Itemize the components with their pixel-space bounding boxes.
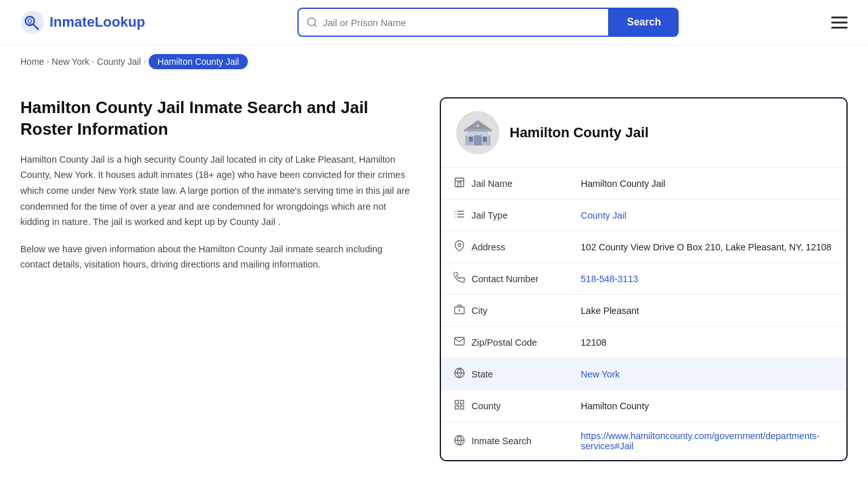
globe-icon — [454, 367, 465, 381]
menu-button[interactable] — [831, 17, 848, 29]
svg-rect-29 — [455, 406, 458, 409]
field-value-inmate-search[interactable]: https://www.hamiltoncounty.com/governmen… — [568, 422, 846, 461]
card-header: Hamilton County Jail — [441, 98, 846, 168]
field-label-address: Address — [471, 242, 505, 252]
field-link-jail-type[interactable]: County Jail — [581, 210, 627, 220]
field-value-address: 102 County View Drive O Box 210, Lake Pl… — [568, 231, 846, 263]
svg-rect-11 — [469, 137, 473, 142]
field-value-city: Lake Pleasant — [568, 295, 846, 327]
left-panel: Hamilton County Jail Inmate Search and J… — [20, 97, 440, 461]
svg-point-13 — [477, 125, 479, 127]
field-label-jail-type: Jail Type — [471, 210, 508, 220]
breadcrumb-state[interactable]: New York — [51, 57, 89, 67]
field-link-contact[interactable]: 518-548-3113 — [581, 274, 638, 284]
header: Q InmateLookup Search — [0, 0, 868, 45]
svg-rect-26 — [455, 400, 458, 403]
page-description-2: Below we have given information about th… — [20, 241, 414, 273]
table-row: Jail Type County Jail — [441, 200, 846, 231]
page-description-1: Hamilton County Jail is a high security … — [20, 152, 414, 230]
search-button[interactable]: Search — [609, 8, 679, 37]
logo-link[interactable]: Q InmateLookup — [20, 10, 145, 34]
field-label-state: State — [471, 369, 493, 379]
info-table: Jail Name Hamilton County Jail Jail Type… — [441, 168, 846, 460]
page-title: Hamilton County Jail Inmate Search and J… — [20, 97, 414, 140]
envelope-icon — [454, 336, 465, 349]
field-label-contact: Contact Number — [471, 274, 539, 284]
svg-rect-8 — [464, 129, 492, 132]
svg-rect-12 — [483, 137, 487, 142]
search-input-wrap — [297, 8, 609, 37]
svg-point-21 — [458, 243, 461, 247]
table-row: State New York — [441, 358, 846, 390]
field-label-county: County — [471, 401, 501, 411]
list-icon — [454, 208, 465, 222]
breadcrumb-sep-3: › — [144, 57, 146, 66]
field-link-state[interactable]: New York — [581, 369, 620, 379]
search-bar: Search — [297, 8, 679, 37]
table-row: Zip/Postal Code 12108 — [441, 327, 846, 358]
field-link-inmate-search[interactable]: https://www.hamiltoncounty.com/governmen… — [581, 431, 820, 451]
breadcrumb-sep-2: › — [92, 57, 95, 66]
table-row: Contact Number 518-548-3113 — [441, 263, 846, 295]
building-icon — [454, 177, 465, 190]
breadcrumb: Home › New York › County Jail › Hamilton… — [0, 45, 868, 78]
field-value-county: Hamilton County — [568, 390, 846, 422]
logo-icon: Q — [20, 10, 44, 34]
jail-avatar — [456, 111, 499, 154]
breadcrumb-sep-1: › — [46, 57, 49, 66]
county-icon — [454, 399, 465, 412]
logo-text: InmateLookup — [50, 14, 145, 30]
svg-text:Q: Q — [27, 18, 32, 25]
field-value-jail-name: Hamilton County Jail — [568, 168, 846, 200]
table-row: City Lake Pleasant — [441, 295, 846, 327]
phone-icon — [454, 272, 465, 285]
field-value-jail-type[interactable]: County Jail — [568, 200, 846, 231]
svg-rect-10 — [474, 135, 482, 146]
location-icon — [454, 240, 465, 254]
field-value-contact[interactable]: 518-548-3113 — [568, 263, 846, 295]
breadcrumb-current: Hamilton County Jail — [149, 54, 248, 69]
search-icon — [306, 17, 318, 28]
field-label-city: City — [471, 306, 487, 316]
table-row: Inmate Search https://www.hamiltoncounty… — [441, 422, 846, 461]
info-card: Hamilton County Jail Jail Name Hamilton … — [440, 97, 848, 461]
field-label-inmate-search: Inmate Search — [471, 436, 531, 446]
card-jail-name: Hamilton County Jail — [510, 125, 649, 141]
search-input[interactable] — [323, 17, 600, 28]
table-row: Jail Name Hamilton County Jail — [441, 168, 846, 200]
svg-point-0 — [21, 11, 44, 34]
field-label-jail-name: Jail Name — [471, 179, 512, 189]
svg-rect-28 — [461, 406, 464, 409]
table-row: Address 102 County View Drive O Box 210,… — [441, 231, 846, 263]
field-label-zip: Zip/Postal Code — [471, 337, 537, 348]
city-icon — [454, 304, 465, 317]
jail-building-icon — [463, 118, 493, 148]
breadcrumb-home[interactable]: Home — [20, 57, 44, 67]
field-value-zip: 12108 — [568, 327, 846, 358]
field-value-state[interactable]: New York — [568, 358, 846, 390]
svg-line-5 — [315, 24, 316, 26]
breadcrumb-section[interactable]: County Jail — [97, 57, 141, 67]
table-row: County Hamilton County — [441, 390, 846, 422]
globe2-icon — [454, 435, 465, 448]
svg-rect-27 — [461, 400, 464, 403]
main-content: Hamilton County Jail Inmate Search and J… — [0, 78, 868, 488]
